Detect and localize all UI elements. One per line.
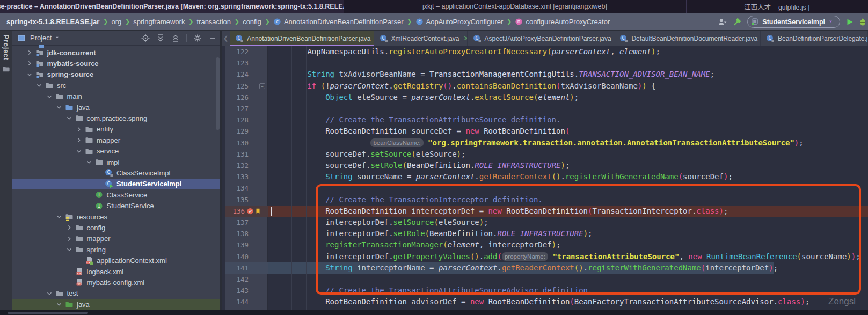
code-line-127[interactable] [222, 103, 868, 114]
close-icon[interactable]: ✕ [463, 34, 467, 42]
tree-item-applicationcontext-xml[interactable]: <>applicationContext.xml [12, 255, 221, 266]
build-hammer-icon[interactable] [732, 17, 742, 27]
project-tool-window-button[interactable]: Project [0, 35, 12, 73]
tab-xmlreadercontext-java[interactable]: CXmlReaderContext.java✕ [374, 31, 468, 46]
code-line-140[interactable]: interceptorDef.getPropertyValues().add(p… [222, 251, 868, 262]
chevron-down-icon[interactable] [85, 158, 93, 166]
tree-item-classserviceimpl[interactable]: CClassServiceImpl [12, 167, 221, 178]
tree-item-logback-xml[interactable]: <>logback.xml [12, 266, 221, 277]
breadcrumb-item[interactable]: springframework [133, 18, 185, 26]
tree-item-test[interactable]: test [12, 288, 221, 299]
tree-item-impl[interactable]: impl [12, 157, 221, 167]
code-line-126[interactable]: Object eleSource = parserContext.extract… [222, 92, 868, 103]
breadcrumb-item[interactable]: org [111, 18, 121, 26]
code-line-136[interactable]: RootBeanDefinition interceptorDef = new … [222, 206, 868, 217]
chevron-down-icon[interactable] [65, 246, 74, 253]
project-panel-title[interactable]: Project [30, 34, 52, 42]
tree-item-spring[interactable]: spring [12, 244, 221, 255]
tab-aspectjautoproxybeandefinitionparser-java[interactable]: CAspectJAutoProxyBeanDefinitionParser.ja… [468, 31, 615, 46]
chevron-down-icon[interactable] [55, 213, 63, 221]
tree-item-mapper[interactable]: mapper [12, 135, 221, 145]
tree-item-mapper[interactable]: mapper [12, 233, 221, 244]
chevron-down-icon[interactable] [55, 35, 61, 41]
tree-item-classservice[interactable]: IClassService [12, 189, 221, 200]
tree-item-mybatis-source[interactable]: mybatis-source [12, 58, 221, 69]
tree-item-jdk-concurrent[interactable]: jdk-concurrent [12, 47, 221, 58]
code-line-138[interactable]: interceptorDef.setRole(BeanDefinition.RO… [222, 228, 868, 239]
code-token: element [619, 47, 651, 56]
tree-item-src[interactable]: src [12, 80, 221, 91]
horizontal-scrollbar[interactable] [8, 312, 88, 314]
tree-item-spring-source[interactable]: spring-source [12, 69, 221, 80]
chevron-down-icon[interactable] [25, 71, 34, 78]
chevron-right-icon[interactable] [65, 224, 74, 231]
code-line-124[interactable]: String txAdvisorBeanName = TransactionMa… [222, 69, 868, 80]
chevron-down-icon[interactable] [55, 301, 63, 308]
breadcrumb-item[interactable]: spring-tx-5.1.8.RELEASE.jar [6, 18, 99, 26]
chevron-right-icon[interactable] [75, 136, 83, 144]
tree-item-mybatis-config-xml[interactable]: <>mybatis-config.xml [12, 277, 221, 288]
run-configuration-select[interactable]: StudentServiceImpl [747, 16, 840, 28]
chevron-down-icon[interactable] [45, 290, 54, 297]
chevron-right-icon[interactable] [25, 49, 34, 56]
code-line-137[interactable]: interceptorDef.setSource(eleSource); [222, 217, 868, 228]
code-line-139[interactable]: registerTransactionManager(element, inte… [222, 239, 868, 251]
breadcrumb-item[interactable]: cAopAutoProxyConfigurer [415, 18, 504, 26]
tree-item-java[interactable]: java [12, 299, 221, 310]
code-line-135[interactable]: // Create the TransactionInterceptor def… [222, 194, 868, 206]
chevron-right-icon[interactable] [25, 60, 34, 67]
chevron-down-icon[interactable] [75, 148, 83, 155]
tree-item-config[interactable]: config [12, 222, 221, 233]
collapse-all-icon[interactable] [171, 34, 180, 42]
code-token: sourceDef. [271, 150, 370, 158]
tree-item-studentservice[interactable]: IStudentService [12, 201, 221, 211]
chevron-down-icon[interactable] [55, 104, 63, 111]
code-line-130[interactable]: beanClassName: "org.springframework.tran… [222, 137, 868, 149]
code-line-122[interactable]: AopNamespaceUtils.registerAutoProxyCreat… [222, 46, 868, 57]
expand-all-icon[interactable] [156, 34, 165, 42]
code-token [271, 93, 325, 101]
chevron-down-icon[interactable] [65, 114, 74, 122]
breadcrumb-item[interactable]: transaction [196, 18, 231, 26]
code-line-128[interactable]: // Create the TransactionAttributeSource… [222, 114, 868, 126]
chevron-down-icon[interactable] [45, 93, 54, 100]
chevron-down-icon[interactable] [35, 82, 43, 89]
code-token: registerWithGeneratedName [565, 172, 679, 181]
code-line-123[interactable] [222, 57, 868, 69]
tree-item-resources[interactable]: resources [12, 211, 221, 222]
code-line-134[interactable] [222, 182, 868, 194]
hide-panel-icon[interactable] [208, 34, 217, 42]
code-line-141[interactable]: String interceptorName = parserContext.g… [222, 262, 868, 274]
chevron-right-icon[interactable] [65, 235, 74, 243]
code-line-text: Object eleSource = parserContext.extract… [271, 92, 579, 103]
tree-item-entity[interactable]: entity [12, 124, 221, 135]
breadcrumb-item[interactable]: mconfigureAutoProxyCreator [515, 18, 610, 26]
tree-item-studentserviceimpl[interactable]: CStudentServiceImpl [12, 179, 221, 189]
tab-scroll-left-icon[interactable]: ❮ [222, 31, 230, 46]
debug-button[interactable] [859, 18, 867, 26]
user-profile-icon[interactable] [717, 17, 727, 27]
code-line-132[interactable]: sourceDef.setRole(BeanDefinition.ROLE_IN… [222, 160, 868, 171]
breadcrumb-item[interactable]: config [243, 18, 261, 26]
tree-scrollbar[interactable] [216, 57, 220, 130]
code-line-129[interactable]: RootBeanDefinition sourceDef = new RootB… [222, 126, 868, 137]
gear-icon[interactable] [193, 34, 202, 42]
code-line-144[interactable]: RootBeanDefinition advisorDef = new Root… [222, 296, 868, 307]
breadcrumb-item[interactable]: cAnnotationDrivenBeanDefinitionParser [273, 18, 404, 26]
locate-file-icon[interactable] [141, 34, 150, 42]
chevron-right-icon[interactable] [75, 126, 83, 133]
code-line-133[interactable]: String sourceName = parserContext.getRea… [222, 171, 868, 182]
tree-item-java[interactable]: java [12, 102, 221, 113]
run-button[interactable] [845, 18, 854, 26]
tree-item-main[interactable]: main [12, 91, 221, 102]
code-line-142[interactable] [222, 274, 868, 285]
tab-defaultbeandefinitiondocumentreader-java[interactable]: CDefaultBeanDefinitionDocumentReader.jav… [614, 31, 761, 46]
tab-beandefinitionparserdelegate-ja[interactable]: CBeanDefinitionParserDelegate.ja [761, 31, 868, 46]
tree-item-com-practice-spring[interactable]: com.practice.spring [12, 113, 221, 123]
tab-annotationdrivenbeandefinitionparser-java[interactable]: CAnnotationDrivenBeanDefinitionParser.ja… [230, 31, 374, 46]
tree-item-service[interactable]: service [12, 146, 221, 157]
code-editor[interactable]: 122 AopNamespaceUtils.registerAutoProxyC… [222, 46, 868, 310]
code-line-131[interactable]: sourceDef.setSource(eleSource); [222, 149, 868, 160]
code-line-125[interactable]: if (!parserContext.getRegistry().contain… [222, 80, 868, 92]
code-line-143[interactable]: // Create the TransactionAttributeSource… [222, 285, 868, 296]
